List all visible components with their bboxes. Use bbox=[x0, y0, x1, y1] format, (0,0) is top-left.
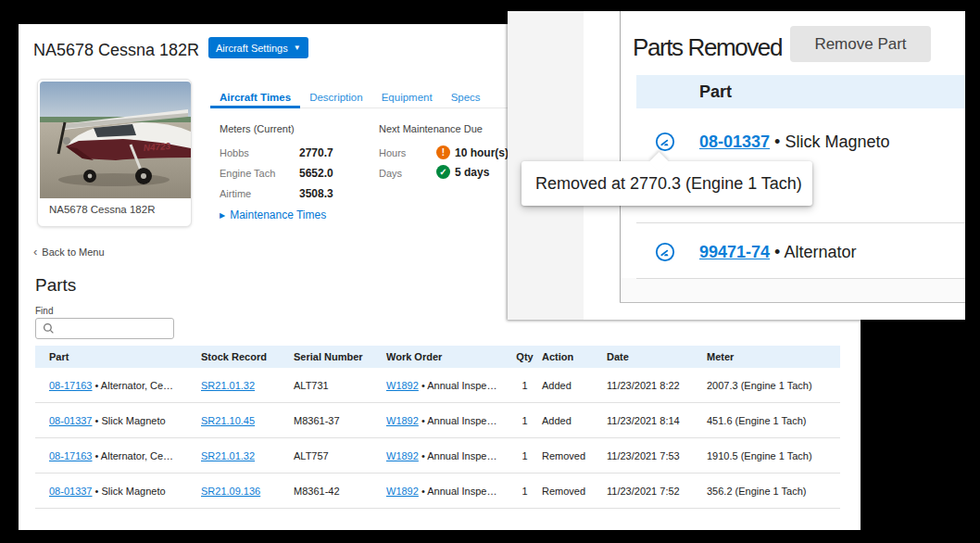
parts-table: Part Stock Record Serial Number Work Ord… bbox=[35, 346, 840, 509]
check-icon: ✓ bbox=[436, 165, 450, 179]
stock-record-link[interactable]: SR21.10.45 bbox=[201, 415, 255, 426]
gauge-icon[interactable] bbox=[655, 242, 675, 262]
col-date: Date bbox=[607, 351, 707, 362]
col-stock-record: Stock Record bbox=[201, 351, 294, 362]
date: 11/23/2021 7:52 bbox=[607, 486, 707, 497]
date: 11/23/2021 8:22 bbox=[607, 380, 707, 391]
table-row: 08-01337 • Slick Magneto SR21.10.45 M836… bbox=[35, 403, 840, 438]
back-to-menu-link[interactable]: ‹ Back to Menu bbox=[33, 246, 105, 258]
work-order-link[interactable]: W1892 bbox=[386, 486, 419, 497]
meter: 356.2 (Engine 1 Tach) bbox=[707, 486, 840, 497]
days-value: 5 days bbox=[455, 166, 489, 179]
part-number-link[interactable]: 08-17163 bbox=[49, 450, 93, 461]
parts-removed-heading: Parts Removed bbox=[633, 33, 782, 62]
work-order-desc: • Annual Inspe… bbox=[419, 380, 497, 391]
page-title: NA5678 Cessna 182R bbox=[33, 41, 199, 60]
work-order-desc: • Annual Inspe… bbox=[419, 450, 497, 461]
row-divider bbox=[636, 222, 965, 223]
tab-equipment[interactable]: Equipment bbox=[372, 86, 442, 107]
parts-table-header: Part Stock Record Serial Number Work Ord… bbox=[35, 346, 840, 368]
col-action: Action bbox=[542, 351, 607, 362]
chevron-left-icon: ‹ bbox=[33, 246, 37, 258]
part-desc: • Slick Magneto bbox=[93, 415, 166, 426]
work-order-desc: • Annual Inspe… bbox=[419, 415, 497, 426]
serial-number: M8361-37 bbox=[294, 415, 386, 426]
tooltip-text: Removed at 2770.3 (Engine 1 Tach) bbox=[535, 161, 802, 206]
parts-heading: Parts bbox=[35, 275, 76, 296]
meter: 2007.3 (Engine 1 Tach) bbox=[707, 380, 840, 391]
part-desc: • Alternator, Ce… bbox=[93, 380, 174, 391]
search-icon bbox=[43, 322, 55, 335]
aircraft-photo: N4723 bbox=[40, 82, 191, 198]
table-row: 08-17163 • Alternator, Ce… SR21.01.32 AL… bbox=[35, 368, 840, 403]
work-order-link[interactable]: W1892 bbox=[386, 380, 419, 391]
row-divider bbox=[636, 278, 965, 279]
qty: 1 bbox=[508, 415, 542, 426]
panel-card-bottom-border bbox=[620, 302, 965, 303]
work-order-link[interactable]: W1892 bbox=[386, 450, 419, 461]
stock-record-link[interactable]: SR21.01.32 bbox=[201, 380, 255, 391]
find-label: Find bbox=[35, 306, 53, 316]
tab-specs[interactable]: Specs bbox=[442, 86, 490, 107]
engine-tach-value: 5652.0 bbox=[299, 167, 333, 180]
part-number-link[interactable]: 08-01337 bbox=[49, 486, 93, 497]
gauge-icon[interactable] bbox=[655, 132, 675, 152]
col-qty: Qty bbox=[508, 351, 542, 362]
col-meter: Meter bbox=[707, 351, 840, 362]
panel-table-footer bbox=[621, 278, 965, 302]
stock-record-link[interactable]: SR21.09.136 bbox=[201, 486, 260, 497]
hours-value: 10 hour(s) bbox=[455, 146, 509, 159]
action: Added bbox=[542, 415, 607, 426]
stock-record-link[interactable]: SR21.01.32 bbox=[201, 450, 255, 461]
meter: 1910.5 (Engine 1 Tach) bbox=[707, 450, 840, 461]
panel-card-border bbox=[620, 11, 621, 302]
action: Added bbox=[542, 380, 607, 391]
serial-number: ALT731 bbox=[294, 380, 386, 391]
parts-search-input[interactable] bbox=[59, 323, 173, 335]
part-desc: • Slick Magneto bbox=[93, 486, 166, 497]
days-label: Days bbox=[379, 168, 402, 179]
part-number-link[interactable]: 08-01337 bbox=[49, 415, 93, 426]
col-serial-number: Serial Number bbox=[294, 351, 386, 362]
table-row: 08-17163 • Alternator, Ce… SR21.01.32 AL… bbox=[35, 438, 840, 474]
triangle-right-icon: ▶ bbox=[220, 211, 225, 220]
parts-removed-row: 99471-74 • Alternator bbox=[636, 242, 965, 262]
part-desc: • Alternator, Ce… bbox=[93, 450, 174, 461]
airtime-value: 3508.3 bbox=[299, 187, 333, 200]
action: Removed bbox=[542, 450, 607, 461]
serial-number: M8361-42 bbox=[294, 486, 386, 497]
parts-removed-panel: Parts Removed Remove Part Part 08-01337 … bbox=[508, 11, 965, 320]
table-row: 08-01337 • Slick Magneto SR21.09.136 M83… bbox=[35, 474, 840, 509]
remove-part-button[interactable]: Remove Part bbox=[790, 26, 931, 62]
parts-removed-row: 08-01337 • Slick Magneto bbox=[636, 132, 965, 152]
col-work-order: Work Order bbox=[386, 351, 508, 362]
work-order-desc: • Annual Inspe… bbox=[419, 486, 497, 497]
qty: 1 bbox=[508, 486, 542, 497]
serial-number: ALT757 bbox=[294, 450, 386, 461]
aircraft-card: N4723 NA5678 Cessna 182R bbox=[37, 79, 192, 227]
svg-text:N4723: N4723 bbox=[143, 141, 171, 153]
hobbs-value: 2770.7 bbox=[299, 146, 333, 159]
qty: 1 bbox=[508, 380, 542, 391]
part-number-link[interactable]: 99471-74 bbox=[699, 243, 770, 261]
removed-at-tooltip: Removed at 2770.3 (Engine 1 Tach) bbox=[521, 161, 812, 206]
part-desc: • Slick Magneto bbox=[770, 133, 889, 151]
part-number-link[interactable]: 08-17163 bbox=[49, 380, 93, 391]
part-desc: • Alternator bbox=[770, 243, 856, 261]
work-order-link[interactable]: W1892 bbox=[386, 415, 419, 426]
date: 11/23/2021 7:53 bbox=[607, 450, 707, 461]
screen-background: NA5678 Cessna 182R Aircraft Settings ▼ bbox=[0, 0, 980, 543]
meters-heading: Meters (Current) bbox=[220, 123, 295, 134]
tab-bar: Aircraft Times Description Equipment Spe… bbox=[210, 86, 509, 108]
hobbs-label: Hobbs bbox=[220, 147, 249, 158]
action: Removed bbox=[542, 486, 607, 497]
aircraft-settings-button[interactable]: Aircraft Settings ▼ bbox=[208, 37, 308, 58]
part-number-link[interactable]: 08-01337 bbox=[699, 133, 770, 151]
maintenance-times-link[interactable]: ▶ Maintenance Times bbox=[220, 208, 326, 221]
tab-aircraft-times[interactable]: Aircraft Times bbox=[210, 86, 300, 107]
aircraft-card-label: NA5678 Cessna 182R bbox=[49, 204, 155, 215]
next-maintenance-heading: Next Maintenance Due bbox=[379, 123, 483, 134]
hours-label: Hours bbox=[379, 147, 406, 158]
tab-description[interactable]: Description bbox=[300, 86, 372, 107]
qty: 1 bbox=[508, 450, 542, 461]
